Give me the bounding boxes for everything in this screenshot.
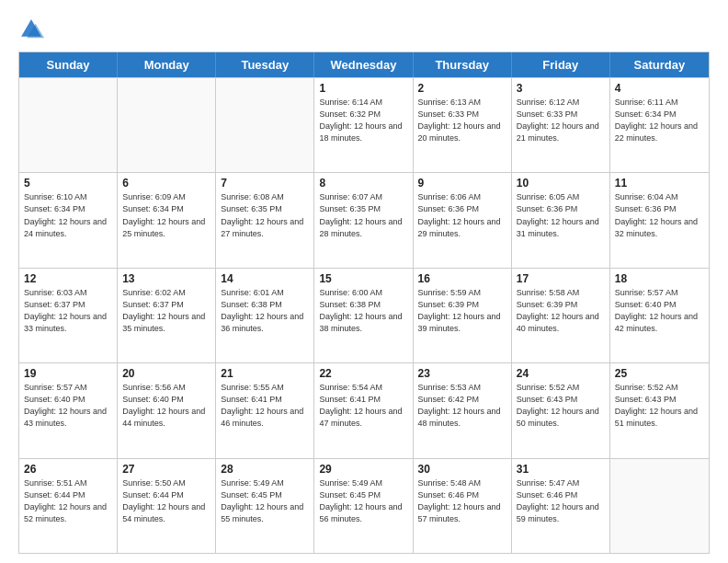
day-number: 6 [122,177,210,190]
day-cell-17: 17Sunrise: 5:58 AM Sunset: 6:39 PM Dayli… [512,269,610,362]
logo-icon [18,17,44,42]
day-cell-5: 5Sunrise: 6:10 AM Sunset: 6:34 PM Daylig… [19,173,118,267]
day-info: Sunrise: 6:03 AM Sunset: 6:37 PM Dayligh… [24,287,112,335]
day-number: 2 [418,82,506,95]
page: SundayMondayTuesdayWednesdayThursdayFrid… [0,0,728,563]
empty-cell-4-6 [610,459,709,553]
weekday-header-sunday: Sunday [19,52,118,77]
day-number: 24 [517,367,605,380]
day-cell-19: 19Sunrise: 5:57 AM Sunset: 6:40 PM Dayli… [19,363,118,457]
day-number: 18 [615,272,704,285]
day-number: 17 [517,272,605,285]
day-info: Sunrise: 6:04 AM Sunset: 6:36 PM Dayligh… [615,191,704,239]
calendar-row-4: 26Sunrise: 5:51 AM Sunset: 6:44 PM Dayli… [19,458,709,553]
day-info: Sunrise: 5:55 AM Sunset: 6:41 PM Dayligh… [221,382,309,430]
day-cell-30: 30Sunrise: 5:48 AM Sunset: 6:46 PM Dayli… [414,459,512,553]
day-number: 31 [517,463,605,476]
day-cell-13: 13Sunrise: 6:02 AM Sunset: 6:37 PM Dayli… [118,269,216,362]
day-cell-7: 7Sunrise: 6:08 AM Sunset: 6:35 PM Daylig… [216,173,314,267]
day-number: 5 [24,177,112,190]
day-number: 29 [319,463,407,476]
day-number: 8 [319,177,407,190]
day-cell-12: 12Sunrise: 6:03 AM Sunset: 6:37 PM Dayli… [19,269,118,362]
calendar-row-2: 12Sunrise: 6:03 AM Sunset: 6:37 PM Dayli… [19,268,709,362]
day-info: Sunrise: 6:14 AM Sunset: 6:32 PM Dayligh… [319,97,407,144]
day-cell-27: 27Sunrise: 5:50 AM Sunset: 6:44 PM Dayli… [118,459,216,553]
day-info: Sunrise: 6:06 AM Sunset: 6:36 PM Dayligh… [418,191,506,239]
calendar: SundayMondayTuesdayWednesdayThursdayFrid… [18,52,710,554]
day-info: Sunrise: 6:09 AM Sunset: 6:34 PM Dayligh… [122,191,210,239]
day-cell-11: 11Sunrise: 6:04 AM Sunset: 6:36 PM Dayli… [610,173,709,267]
day-number: 13 [122,272,210,285]
header [18,17,710,42]
day-cell-26: 26Sunrise: 5:51 AM Sunset: 6:44 PM Dayli… [19,459,118,553]
day-cell-14: 14Sunrise: 6:01 AM Sunset: 6:38 PM Dayli… [216,269,314,362]
logo [18,17,48,42]
day-info: Sunrise: 6:08 AM Sunset: 6:35 PM Dayligh… [221,191,309,239]
day-number: 14 [221,272,309,285]
day-cell-4: 4Sunrise: 6:11 AM Sunset: 6:34 PM Daylig… [610,78,709,172]
day-number: 3 [517,82,605,95]
day-cell-22: 22Sunrise: 5:54 AM Sunset: 6:41 PM Dayli… [314,363,413,457]
day-number: 27 [122,463,210,476]
day-cell-2: 2Sunrise: 6:13 AM Sunset: 6:33 PM Daylig… [414,78,512,172]
empty-cell-0-0 [19,78,118,172]
day-number: 19 [24,367,112,380]
weekday-header-saturday: Saturday [610,52,709,77]
day-cell-16: 16Sunrise: 5:59 AM Sunset: 6:39 PM Dayli… [414,269,512,362]
day-info: Sunrise: 6:05 AM Sunset: 6:36 PM Dayligh… [517,191,605,239]
day-cell-9: 9Sunrise: 6:06 AM Sunset: 6:36 PM Daylig… [414,173,512,267]
day-cell-20: 20Sunrise: 5:56 AM Sunset: 6:40 PM Dayli… [118,363,216,457]
day-info: Sunrise: 5:58 AM Sunset: 6:39 PM Dayligh… [517,287,605,335]
empty-cell-0-2 [216,78,314,172]
day-info: Sunrise: 6:11 AM Sunset: 6:34 PM Dayligh… [615,97,704,144]
day-number: 25 [615,367,704,380]
day-number: 1 [319,82,407,95]
day-cell-28: 28Sunrise: 5:49 AM Sunset: 6:45 PM Dayli… [216,459,314,553]
day-number: 12 [24,272,112,285]
day-info: Sunrise: 6:13 AM Sunset: 6:33 PM Dayligh… [418,97,506,144]
day-cell-18: 18Sunrise: 5:57 AM Sunset: 6:40 PM Dayli… [610,269,709,362]
calendar-row-3: 19Sunrise: 5:57 AM Sunset: 6:40 PM Dayli… [19,362,709,457]
day-info: Sunrise: 5:56 AM Sunset: 6:40 PM Dayligh… [122,382,210,430]
day-number: 4 [615,82,704,95]
day-info: Sunrise: 6:10 AM Sunset: 6:34 PM Dayligh… [24,191,112,239]
day-info: Sunrise: 6:02 AM Sunset: 6:37 PM Dayligh… [122,287,210,335]
weekday-header-friday: Friday [512,52,610,77]
day-cell-8: 8Sunrise: 6:07 AM Sunset: 6:35 PM Daylig… [314,173,413,267]
day-number: 16 [418,272,506,285]
day-number: 10 [517,177,605,190]
day-cell-15: 15Sunrise: 6:00 AM Sunset: 6:38 PM Dayli… [314,269,413,362]
day-info: Sunrise: 5:53 AM Sunset: 6:42 PM Dayligh… [418,382,506,430]
day-number: 11 [615,177,704,190]
day-number: 20 [122,367,210,380]
day-cell-10: 10Sunrise: 6:05 AM Sunset: 6:36 PM Dayli… [512,173,610,267]
day-cell-31: 31Sunrise: 5:47 AM Sunset: 6:46 PM Dayli… [512,459,610,553]
day-number: 22 [319,367,407,380]
weekday-header-monday: Monday [118,52,216,77]
day-cell-1: 1Sunrise: 6:14 AM Sunset: 6:32 PM Daylig… [314,78,413,172]
day-info: Sunrise: 5:52 AM Sunset: 6:43 PM Dayligh… [615,382,704,430]
day-cell-23: 23Sunrise: 5:53 AM Sunset: 6:42 PM Dayli… [414,363,512,457]
weekday-header-tuesday: Tuesday [216,52,314,77]
day-cell-25: 25Sunrise: 5:52 AM Sunset: 6:43 PM Dayli… [610,363,709,457]
day-info: Sunrise: 6:07 AM Sunset: 6:35 PM Dayligh… [319,191,407,239]
day-number: 7 [221,177,309,190]
day-number: 23 [418,367,506,380]
calendar-row-1: 5Sunrise: 6:10 AM Sunset: 6:34 PM Daylig… [19,172,709,267]
day-number: 28 [221,463,309,476]
day-info: Sunrise: 5:59 AM Sunset: 6:39 PM Dayligh… [418,287,506,335]
day-number: 15 [319,272,407,285]
day-info: Sunrise: 5:57 AM Sunset: 6:40 PM Dayligh… [615,287,704,335]
weekday-header-thursday: Thursday [414,52,512,77]
day-number: 30 [418,463,506,476]
day-number: 21 [221,367,309,380]
day-cell-6: 6Sunrise: 6:09 AM Sunset: 6:34 PM Daylig… [118,173,216,267]
calendar-header-row: SundayMondayTuesdayWednesdayThursdayFrid… [19,52,709,77]
day-info: Sunrise: 5:49 AM Sunset: 6:45 PM Dayligh… [221,477,309,525]
day-info: Sunrise: 5:51 AM Sunset: 6:44 PM Dayligh… [24,477,112,525]
day-info: Sunrise: 5:47 AM Sunset: 6:46 PM Dayligh… [517,477,605,525]
day-info: Sunrise: 5:50 AM Sunset: 6:44 PM Dayligh… [122,477,210,525]
day-cell-3: 3Sunrise: 6:12 AM Sunset: 6:33 PM Daylig… [512,78,610,172]
weekday-header-wednesday: Wednesday [314,52,413,77]
